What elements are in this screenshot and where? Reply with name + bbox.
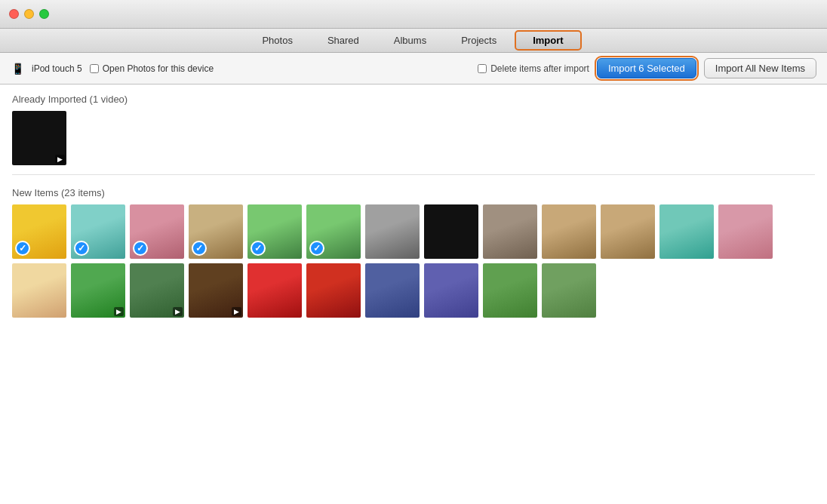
new-item-20[interactable] xyxy=(365,263,420,318)
check-6 xyxy=(309,241,324,256)
new-item-7[interactable] xyxy=(365,204,420,259)
thumb-17: ▶ xyxy=(189,263,243,318)
new-item-8[interactable] xyxy=(424,204,478,259)
imported-thumb: ▶ xyxy=(12,111,66,165)
tab-projects[interactable]: Projects xyxy=(444,32,513,49)
new-items-header: New Items (23 items) xyxy=(12,187,815,198)
new-item-12[interactable] xyxy=(659,204,714,259)
thumb-11 xyxy=(601,204,655,259)
tabbar: Photos Shared Albums Projects Import xyxy=(0,29,827,53)
new-item-3[interactable] xyxy=(130,204,184,259)
new-item-19[interactable] xyxy=(306,263,361,318)
thumb-21 xyxy=(424,263,478,318)
already-imported-grid: ▶ xyxy=(12,111,815,165)
delete-after-import-text: Delete items after import xyxy=(490,63,589,74)
video-indicator-16: ▶ xyxy=(173,307,183,316)
video-icon: ▶ xyxy=(57,155,63,163)
video-indicator-17: ▶ xyxy=(232,307,241,316)
new-item-14[interactable] xyxy=(12,263,66,318)
window-controls xyxy=(9,9,49,19)
device-icon: 📱 xyxy=(11,62,24,75)
thumb-19 xyxy=(306,263,361,318)
device-name: iPod touch 5 xyxy=(32,63,82,74)
thumb-22 xyxy=(483,263,537,318)
maximize-button[interactable] xyxy=(39,9,49,19)
new-item-13[interactable] xyxy=(718,204,773,259)
import-all-button[interactable]: Import All New Items xyxy=(704,58,816,78)
new-item-5[interactable] xyxy=(247,204,302,259)
new-item-9[interactable] xyxy=(483,204,537,259)
check-2 xyxy=(74,241,89,256)
new-items-row1 xyxy=(12,204,815,259)
check-4 xyxy=(192,241,207,256)
check-1 xyxy=(15,241,30,256)
open-photos-checkbox[interactable] xyxy=(90,64,99,73)
video-icon-17: ▶ xyxy=(234,308,239,315)
thumb-16: ▶ xyxy=(130,263,184,318)
video-icon-16: ▶ xyxy=(175,308,180,315)
new-item-10[interactable] xyxy=(542,204,596,259)
already-imported-section: Already Imported (1 video) ▶ xyxy=(12,94,815,175)
video-icon-15: ▶ xyxy=(116,308,121,315)
import-selected-button[interactable]: Import 6 Selected xyxy=(597,58,696,78)
thumb-23 xyxy=(542,263,596,318)
new-item-17[interactable]: ▶ xyxy=(189,263,243,318)
new-item-16[interactable]: ▶ xyxy=(130,263,184,318)
thumb-20 xyxy=(365,263,420,318)
delete-after-import-checkbox[interactable] xyxy=(478,64,487,73)
thumb-13 xyxy=(718,204,773,259)
thumb-14 xyxy=(12,263,66,318)
thumb-12 xyxy=(659,204,714,259)
thumb-9 xyxy=(483,204,537,259)
new-item-6[interactable] xyxy=(306,204,361,259)
thumb-7 xyxy=(365,204,420,259)
new-item-23[interactable] xyxy=(542,263,596,318)
new-item-1[interactable] xyxy=(12,204,66,259)
new-item-21[interactable] xyxy=(424,263,478,318)
new-item-18[interactable] xyxy=(247,263,302,318)
check-5 xyxy=(251,241,266,256)
open-photos-text: Open Photos for this device xyxy=(103,63,214,74)
thumb-8 xyxy=(424,204,478,259)
tab-import[interactable]: Import xyxy=(515,30,581,51)
tab-albums[interactable]: Albums xyxy=(377,32,443,49)
tab-shared[interactable]: Shared xyxy=(311,32,376,49)
thumb-10 xyxy=(542,204,596,259)
video-indicator: ▶ xyxy=(55,155,65,164)
close-button[interactable] xyxy=(9,9,19,19)
new-item-22[interactable] xyxy=(483,263,537,318)
tab-photos[interactable]: Photos xyxy=(245,32,309,49)
video-indicator-15: ▶ xyxy=(114,307,124,316)
new-item-11[interactable] xyxy=(601,204,655,259)
main-content: Already Imported (1 video) ▶ New Items (… xyxy=(0,85,827,504)
check-3 xyxy=(133,241,148,256)
imported-item[interactable]: ▶ xyxy=(12,111,66,165)
new-item-4[interactable] xyxy=(189,204,243,259)
new-item-15[interactable]: ▶ xyxy=(71,263,125,318)
new-items-row2: ▶ ▶ ▶ xyxy=(12,263,815,318)
thumb-15: ▶ xyxy=(71,263,125,318)
delete-after-import-label[interactable]: Delete items after import xyxy=(478,63,589,74)
new-items-section: New Items (23 items) xyxy=(12,187,815,318)
already-imported-header: Already Imported (1 video) xyxy=(12,94,815,105)
titlebar xyxy=(0,0,827,29)
open-photos-label[interactable]: Open Photos for this device xyxy=(90,63,214,74)
thumb-18 xyxy=(247,263,302,318)
new-item-2[interactable] xyxy=(71,204,125,259)
toolbar: 📱 iPod touch 5 Open Photos for this devi… xyxy=(0,53,827,85)
minimize-button[interactable] xyxy=(24,9,34,19)
